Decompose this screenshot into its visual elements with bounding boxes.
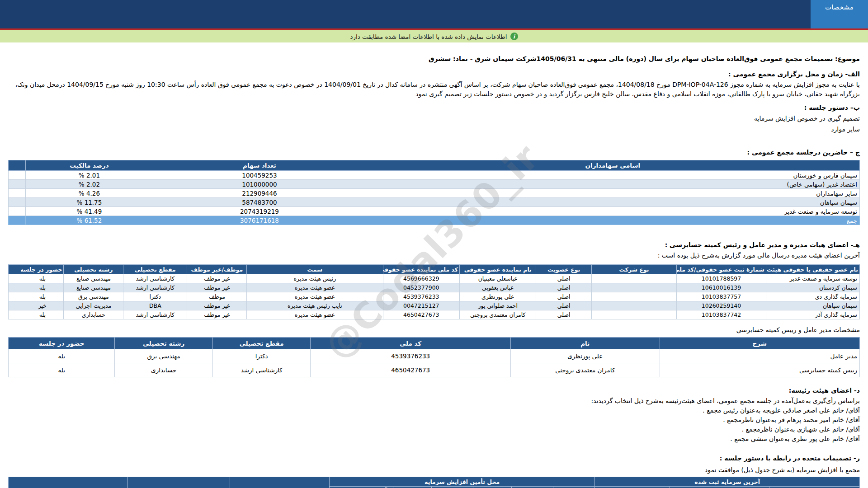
spacer-cell [9,283,21,292]
ceo-section-heading: مشخصات مدیر عامل و رییس کمیته حسابرسی [8,325,860,335]
col-cash-waiver: آورده نقدی با سلب حق تقدم از سهامداران ف… [329,487,393,488]
presiding-member-line: آقای/ خانم علی پور نظری به‌عنوان منشی مج… [8,434,860,444]
position-cell: رئیس هیئت مدیره [247,274,383,283]
attendance-cell: خیر [21,301,64,310]
share-count-cell: 212909446 [153,189,366,198]
table-row: سیمان سپاهان 587483700 11.75 % [9,198,860,207]
duty-cell: غیر موظف [187,274,247,283]
document-body: @Codal360_ir موضوع: تصمیمات مجمع عمومی ف… [0,54,868,488]
col-share-premium: صرف سهام (میلیون ریال) [393,487,432,488]
share-count-cell: 100459253 [153,171,366,180]
board-members-table: نام عضو حقیقی یا حقوقی هیئت مدیره شمارهٔ… [8,264,860,319]
col-share-count: تعداد سهام [769,487,860,488]
shareholder-name-cell: سایر سهامداران [366,189,859,198]
national-id-cell: 4539376233 [311,349,511,363]
total-label-cell: جمع [366,216,859,225]
field-cell: مهندسی برق [64,292,123,301]
table-row: اعتضاد غدیر (سهامی خاص) 101000000 2.02 % [9,180,860,189]
table-header-row: نام عضو حقیقی یا حقوقی هیئت مدیره شمارهٔ… [9,265,860,274]
rep-id-cell: 0452377900 [383,283,459,292]
shareholder-name-cell: توسعه سرمایه و صنعت غدیر [366,207,859,216]
notice-text: اطلاعات نمایش داده شده با اطلاعات امضا ش… [350,33,507,40]
col-shareholder-name: اسامی سهامداران [366,160,859,171]
description-cell: مدیر عامل [660,349,860,363]
col-increase-amount: مبلغ افزایش سرمایه (میلیون ریال) [230,477,329,488]
col-approval-method: نحوهٔ تصویب [9,477,128,488]
position-cell: عضو هیئت مدیره [247,283,383,292]
presiding-member-line: آقای/ خانم علی اصغر صادقی علویجه به‌عنوا… [8,406,860,415]
col-company-type: نوع شرکت [591,265,676,274]
table-row: سیمان فارس و خوزستان 100459253 2.01 % [9,171,860,180]
regno-cell: 10103837757 [677,292,766,301]
tab-specifications[interactable]: مشخصات [811,0,868,28]
col-share-count: تعداد سهام [153,160,366,171]
percent-cell: 41.49 % [25,207,153,216]
regno-cell: 10610016139 [677,283,766,292]
attendance-cell: بله [21,292,64,301]
presiding-member-line: آقای/ خانم علی شهبازی به‌عنوان ناظرمجمع … [8,425,860,434]
field-cell: حسابداری [64,310,123,319]
duty-cell: غیر موظف [187,283,247,292]
name-cell: علی پورنظری [510,349,660,363]
attendance-cell: بله [21,310,64,319]
position-cell: عضو هیئت مدیره [247,292,383,301]
table-row: سیمان سپاهان 10260259140 اصلی احمد صلوات… [9,301,860,310]
col-spacer [9,160,26,171]
field-cell: حسابداری [115,363,213,377]
col-spacer [9,265,21,274]
col-reserve: اندوخته (میلیون ریال) [473,487,512,488]
table-row: سرمایه گذاری دی 10103837757 اصلی علی پور… [9,292,860,301]
spacer-cell [9,301,21,310]
col-degree: مقطع تحصیلی [212,338,311,349]
col-position: سمت [247,265,383,274]
table-row: توسعه سرمایه و صنعت غدیر 2074319219 41.4… [9,207,860,216]
field-cell: مهندسی صنایع [64,283,123,292]
col-attendance: حضور در جلسه [9,338,115,349]
rep-name-cell: عباسعلی معینیان [460,274,536,283]
percent-cell: 2.02 % [25,180,153,189]
col-field: رشته تحصیلی [115,338,213,349]
company-type-cell [591,274,676,283]
agenda-item: سایر موارد [8,125,860,134]
subject-line: موضوع: تصمیمات مجمع عمومی فوق‌العاده صاح… [8,54,860,64]
section-d-subtext: براساس رأی‌گیری به‌عمل‌آمده در جلسه مجمع… [8,396,860,406]
member-cell: سرمایه گذاری آذر [766,310,859,319]
shareholder-name-cell: اعتضاد غدیر (سهامی خاص) [366,180,859,189]
member-cell: توسعه سرمایه و صنعت غدیر [766,274,859,283]
col-member-name: نام عضو حقیقی یا حقوقی هیئت مدیره [766,265,859,274]
degree-cell: کارشناسی ارشد [212,363,311,377]
col-representative-id: کد ملی نماینده عضو حقوقی [383,265,459,274]
rep-name-cell: علی پورنظری [460,292,536,301]
presiding-member-line: آقای/ خانم امیر محمد پرهام فر به‌عنوان ن… [8,415,860,425]
group-header-row: آخرین سرمایه ثبت شده محل تأمین افزایش سر… [9,477,860,487]
col-amount: مبلغ (میلیون ریال) [595,487,670,488]
col-field: رشته تحصیلی [64,265,123,274]
regno-cell: 10260259140 [677,301,766,310]
attendance-cell: بله [21,274,64,283]
regno-cell: 10103837742 [677,310,766,319]
spacer-cell [9,198,26,207]
agenda-item: تصمیم گیری در خصوص افزایش سرمایه [8,114,860,123]
field-cell: مدیریت اجرایی [64,301,123,310]
rep-name-cell: کامران معتمدی بروجنی [460,310,536,319]
spacer-cell [9,180,26,189]
spacer-cell [9,310,21,319]
share-count-cell: 587483700 [153,198,366,207]
degree-cell: DBA [123,301,187,310]
group-increase-source: محل تأمین افزایش سرمایه [329,477,594,487]
col-name: نام [510,338,660,349]
shareholders-table: اسامی سهامداران تعداد سهام درصد مالکیت س… [8,160,860,225]
table-row: مدیر عامل علی پورنظری 4539376233 دکترا م… [9,349,860,363]
company-type-cell [591,301,676,310]
field-cell: مهندسی صنایع [64,274,123,283]
table-row: سیمان کردستان 10610016139 اصلی عباس یعقو… [9,283,860,292]
name-cell: کامران معتمدی بروجنی [510,363,660,377]
membership-cell: اصلی [536,292,591,301]
description-cell: رییس کمیته حسابرسی [660,363,860,377]
percent-cell: 11.75 % [25,198,153,207]
rep-id-cell: 4650427673 [383,310,459,319]
group-registered-capital: آخرین سرمایه ثبت شده [595,477,860,487]
col-description: شرح [660,338,860,349]
membership-cell: اصلی [536,301,591,310]
share-count-cell: 2074319219 [153,207,366,216]
